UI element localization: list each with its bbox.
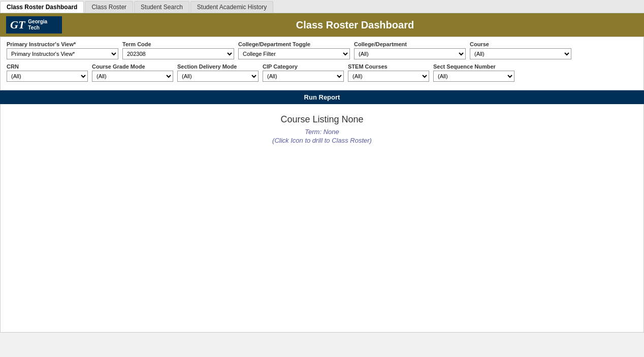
page-title: Class Roster Dashboard — [72, 19, 638, 31]
stem-courses-label: STEM Courses — [348, 63, 429, 70]
course-select[interactable]: (All) — [470, 48, 571, 59]
header: GT Georgia Tech Class Roster Dashboard — [0, 13, 644, 37]
college-dept-toggle-select[interactable]: College Filter — [238, 48, 350, 59]
primary-instructor-label: Primary Instructor's View* — [7, 41, 118, 47]
course-grade-mode-label: Course Grade Mode — [92, 63, 173, 70]
logo-line1: Georgia — [28, 19, 47, 25]
primary-instructor-select[interactable]: Primary Instructor's View* — [7, 48, 118, 59]
filter-row-1: Primary Instructor's View* Primary Instr… — [7, 41, 637, 59]
primary-instructor-group: Primary Instructor's View* Primary Instr… — [7, 41, 118, 59]
course-group: Course (All) — [470, 41, 571, 59]
crn-label: CRN — [7, 63, 88, 70]
cip-category-group: CIP Category (All) — [263, 63, 344, 82]
logo-text: Georgia Tech — [28, 19, 47, 31]
tab-bar: Class Roster Dashboard Class Roster Stud… — [0, 0, 644, 13]
course-label: Course — [470, 41, 571, 47]
course-listing-term: Term: None — [11, 128, 633, 136]
crn-select[interactable]: (All) — [7, 71, 88, 82]
filter-area: Primary Instructor's View* Primary Instr… — [0, 37, 644, 90]
cip-category-label: CIP Category — [263, 63, 344, 70]
sect-seq-select[interactable]: (All) — [433, 71, 514, 82]
tab-student-academic-history[interactable]: Student Academic History — [190, 1, 273, 13]
cip-category-select[interactable]: (All) — [263, 71, 344, 82]
tab-student-search[interactable]: Student Search — [134, 1, 189, 13]
section-delivery-group: Section Delivery Mode (All) — [177, 63, 259, 82]
stem-courses-group: STEM Courses (All) — [348, 63, 429, 82]
section-delivery-select[interactable]: (All) — [177, 71, 259, 82]
college-dept-group: College/Department (All) — [354, 41, 466, 59]
college-dept-toggle-group: College/Department Toggle College Filter — [238, 41, 350, 59]
stem-courses-select[interactable]: (All) — [348, 71, 429, 82]
filter-row-2: CRN (All) Course Grade Mode (All) Sectio… — [7, 63, 637, 82]
term-code-select[interactable]: 202308 — [122, 48, 234, 59]
logo: GT Georgia Tech — [6, 16, 62, 34]
tab-class-roster-dashboard[interactable]: Class Roster Dashboard — [0, 1, 84, 13]
run-report-button[interactable]: Run Report — [3, 93, 641, 101]
logo-line2: Tech — [28, 25, 47, 31]
term-code-label: Term Code — [122, 41, 234, 47]
logo-gt-letters: GT — [10, 18, 25, 31]
course-grade-mode-group: Course Grade Mode (All) — [92, 63, 173, 82]
sect-seq-group: Sect Sequence Number (All) — [433, 63, 514, 82]
term-code-group: Term Code 202308 — [122, 41, 234, 59]
course-grade-mode-select[interactable]: (All) — [92, 71, 173, 82]
college-dept-select[interactable]: (All) — [354, 48, 466, 59]
content-area: Course Listing None Term: None (Click Ic… — [0, 104, 644, 333]
run-report-bar[interactable]: Run Report — [0, 90, 644, 104]
course-listing-title: Course Listing None — [11, 114, 633, 125]
sect-seq-label: Sect Sequence Number — [433, 63, 514, 70]
crn-group: CRN (All) — [7, 63, 88, 82]
college-dept-toggle-label: College/Department Toggle — [238, 41, 350, 47]
tab-class-roster[interactable]: Class Roster — [85, 1, 133, 13]
college-dept-label: College/Department — [354, 41, 466, 47]
course-listing-hint: (Click Icon to drill to Class Roster) — [11, 137, 633, 144]
section-delivery-label: Section Delivery Mode — [177, 63, 259, 70]
